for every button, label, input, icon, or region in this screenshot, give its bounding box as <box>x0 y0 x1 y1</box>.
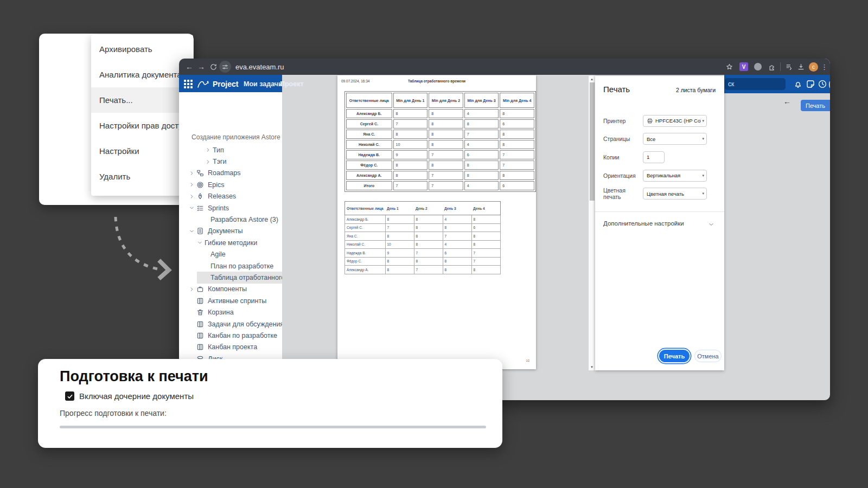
sidebar-item-label: Таблица отработанного времени <box>210 274 282 281</box>
menu-item[interactable]: Аналитика документа <box>91 62 193 87</box>
chevron-down-icon[interactable] <box>197 240 203 246</box>
reload-icon[interactable] <box>207 61 219 73</box>
table-cell: 8 <box>464 119 499 129</box>
ориентация-select[interactable]: Вертикальная▾ <box>643 170 707 182</box>
address-bar-url[interactable]: eva.evateam.ru <box>235 63 284 71</box>
scroll-down-icon[interactable]: ▼ <box>589 365 595 369</box>
table-cell: Николай С. <box>346 140 392 149</box>
table-header-cell: Min для День 3 <box>464 93 499 108</box>
preview-back-arrow[interactable]: ← <box>783 97 791 106</box>
print-button[interactable]: Печать <box>659 350 690 362</box>
nav-project[interactable]: Проект <box>280 80 304 88</box>
copies-input[interactable]: 1 <box>643 151 665 163</box>
forward-icon[interactable]: → <box>195 61 207 73</box>
back-icon[interactable]: ← <box>183 61 195 73</box>
menu-item[interactable]: Настройки <box>91 138 193 164</box>
sidebar-item[interactable]: Releases <box>179 191 282 202</box>
table-cell: Александр А. <box>346 171 392 180</box>
include-children-checkbox[interactable] <box>65 391 74 401</box>
sidebar-item[interactable]: Roadmaps <box>179 168 282 179</box>
document-context-menu: АрхивироватьАналитика документаПечать...… <box>91 35 193 196</box>
bell-icon[interactable] <box>793 79 803 89</box>
menu-item[interactable]: Печать... <box>91 87 193 113</box>
cancel-button[interactable]: Отмена <box>694 350 722 362</box>
sidebar-item[interactable]: Sprints <box>179 202 282 214</box>
sidebar-item[interactable]: Компоненты <box>179 284 282 295</box>
history-icon[interactable] <box>818 79 827 89</box>
reading-list-icon[interactable] <box>783 61 795 73</box>
table-cell: 4 <box>464 109 499 118</box>
page-print-button[interactable]: Печать <box>801 100 830 111</box>
chevron-right-icon[interactable] <box>189 286 195 292</box>
table-cell: 8 <box>385 232 414 241</box>
sidebar-item[interactable]: Epics <box>179 179 282 190</box>
dialog-field-label: Ориентация <box>595 172 643 179</box>
search-input[interactable]: ск <box>725 78 786 90</box>
profile-dot-icon[interactable] <box>754 63 762 70</box>
menu-item[interactable]: Архивировать <box>91 36 193 62</box>
menu-item[interactable]: Удалить <box>91 164 193 189</box>
table-cell: Яна С. <box>346 130 392 139</box>
apps-grid-icon[interactable] <box>184 80 193 88</box>
chevron-down-icon[interactable] <box>189 228 195 234</box>
sidebar-item[interactable]: Канбан проекта <box>179 342 282 353</box>
download-icon[interactable] <box>795 61 807 73</box>
scroll-up-icon[interactable]: ▲ <box>589 78 595 81</box>
sidebar-item-label: Корзина <box>208 309 234 316</box>
scrollbar-thumb[interactable] <box>590 82 595 201</box>
sidebar-item[interactable]: Тип <box>179 144 282 156</box>
chevron-right-icon[interactable] <box>189 194 195 200</box>
table-cell: 8 <box>500 130 534 139</box>
more-settings-label[interactable]: Дополнительные настройки <box>603 220 684 227</box>
table-cell: Николай С. <box>345 240 386 249</box>
sidebar-item[interactable]: Документы <box>179 226 282 237</box>
table-header-cell: День 2 <box>414 202 443 215</box>
kanban-icon <box>196 297 204 305</box>
sidebar-item[interactable]: Канбан по разработке <box>179 330 282 341</box>
extensions-puzzle-icon[interactable] <box>766 61 778 73</box>
menu-item[interactable]: Настройки прав доступа <box>91 113 193 138</box>
printer-icon <box>647 118 653 124</box>
chevron-right-icon[interactable] <box>189 170 195 176</box>
принтер-select[interactable]: HPFCE43C (HP Color Laser▾ <box>643 115 707 127</box>
site-info-icon[interactable] <box>219 61 231 73</box>
sidebar-item[interactable]: Тэги <box>179 156 282 167</box>
sidebar-item[interactable]: Agile <box>179 249 282 260</box>
bookmark-star-icon[interactable] <box>723 61 735 73</box>
sidebar-item[interactable]: Гибкие методики <box>179 237 282 248</box>
sidebar-item[interactable]: Таблица отработанного времени <box>197 272 282 283</box>
notes-icon[interactable] <box>806 79 815 89</box>
table-row: Николай С.10848 <box>345 240 501 249</box>
sidebar-item[interactable]: Корзина <box>179 306 282 318</box>
sidebar-item[interactable]: Активные спринты <box>179 295 282 306</box>
chevron-right-icon[interactable] <box>205 147 211 153</box>
table-row: Надежда В.9767 <box>345 249 501 258</box>
table-cell: 8 <box>464 171 499 180</box>
nav-my-tasks[interactable]: Мои задачи <box>244 80 283 88</box>
table-cell: 8 <box>385 215 414 224</box>
user-avatar[interactable] <box>829 79 830 91</box>
table-cell: 8 <box>443 257 471 266</box>
страницы-select[interactable]: Все▾ <box>643 133 707 145</box>
checkbox-label[interactable]: Включая дочерние документы <box>79 391 194 401</box>
chevron-right-icon[interactable] <box>189 182 195 188</box>
preview-scrollbar[interactable]: ▲ ▼ <box>589 76 595 370</box>
worked-time-table-2: Ответственные лицаДень 1День 2День 3День… <box>344 201 501 274</box>
sidebar-item-label: План по разработке <box>210 262 273 270</box>
chevron-down-icon[interactable] <box>189 205 195 211</box>
preparation-title: Подготовка к печати <box>60 368 208 385</box>
menu-kebab-icon[interactable]: ⋮ <box>821 63 828 71</box>
sidebar-item-label: Разработка Astore (3) <box>210 216 278 223</box>
account-avatar-c[interactable]: c <box>809 62 818 72</box>
sidebar-item[interactable]: Задачи для обсуждения <box>179 318 282 330</box>
sidebar-item[interactable]: План по разработке <box>179 260 282 272</box>
trash-icon <box>196 309 204 316</box>
project-title[interactable]: Создание приложения Astore <box>192 133 280 141</box>
extension-v-badge[interactable]: V <box>739 62 748 71</box>
chevron-down-icon[interactable] <box>708 220 714 227</box>
field-value: 1 <box>647 154 662 160</box>
цветная-печать-select[interactable]: Цветная печать▾ <box>643 188 707 200</box>
product-name[interactable]: Project <box>213 80 238 88</box>
chevron-right-icon[interactable] <box>205 159 211 165</box>
sidebar-item[interactable]: Разработка Astore (3) <box>179 214 282 225</box>
